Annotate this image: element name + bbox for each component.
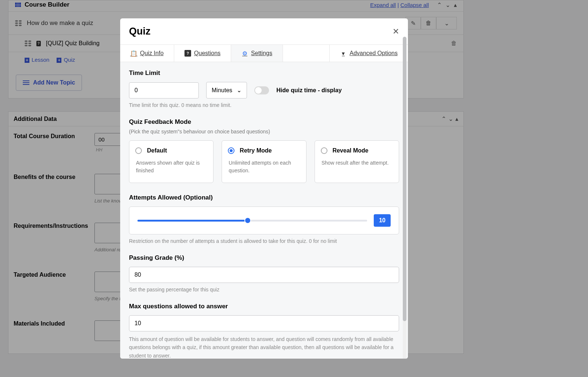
gear-icon: ⚙: [241, 50, 248, 57]
feedback-option-reveal[interactable]: Reveal Mode Show result after the attemp…: [315, 140, 399, 183]
tab-questions-label: Questions: [194, 50, 220, 57]
slider-fill: [137, 220, 248, 222]
maxq-helper: This amount of question will be availabl…: [129, 335, 399, 359]
attempts-slider-box: 10: [129, 207, 399, 234]
time-limit-title: Time Limit: [129, 69, 399, 77]
max-questions-input[interactable]: [129, 315, 399, 331]
attempts-slider[interactable]: [137, 220, 367, 222]
time-unit-select[interactable]: Minutes ⌄: [206, 82, 247, 98]
scrollbar-thumb[interactable]: [403, 37, 406, 321]
chevron-down-icon: ⌄: [237, 87, 241, 94]
attempts-title: Attempts Allowed (Optional): [129, 194, 399, 201]
attempts-value-badge: 10: [374, 214, 391, 227]
maxq-title: Max questions allowed to answer: [129, 303, 399, 310]
clipboard-icon: 📋: [130, 50, 137, 57]
question-icon: ?: [184, 50, 191, 57]
tab-settings[interactable]: ⚙ Settings: [231, 45, 283, 62]
modal-header: Quiz ✕: [120, 18, 408, 44]
feedback-retry-desc: Unlimited attempts on each question.: [229, 159, 299, 175]
passing-grade-input[interactable]: [129, 267, 399, 283]
hide-time-toggle[interactable]: [254, 86, 269, 94]
feedback-retry-title: Retry Mode: [240, 147, 299, 154]
feedback-option-default[interactable]: Default Answers shown after quiz is fini…: [129, 140, 214, 183]
passing-title: Passing Grade (%): [129, 254, 399, 262]
quiz-modal: Quiz ✕ 📋 Quiz Info ? Questions ⚙ Setting…: [120, 18, 408, 359]
tab-quiz-info[interactable]: 📋 Quiz Info: [120, 45, 174, 62]
attempts-helper: Restriction on the number of attempts a …: [129, 238, 399, 244]
tab-questions[interactable]: ? Questions: [174, 45, 231, 62]
feedback-reveal-desc: Show result after the attempt.: [322, 159, 392, 167]
modal-tabs: 📋 Quiz Info ? Questions ⚙ Settings ▾ Adv…: [120, 44, 408, 62]
slider-thumb[interactable]: [244, 217, 251, 224]
close-icon[interactable]: ✕: [392, 27, 399, 36]
modal-title: Quiz: [129, 26, 151, 37]
feedback-subdesc: (Pick the quiz system"s behaviour on cho…: [129, 129, 399, 134]
time-limit-row: Minutes ⌄ Hide quiz time - display: [129, 82, 399, 98]
feedback-reveal-title: Reveal Mode: [333, 147, 392, 154]
tab-advanced-options[interactable]: ▾ Advanced Options: [329, 45, 408, 62]
tab-advanced-label: Advanced Options: [349, 50, 398, 57]
passing-helper: Set the passing percentage for this quiz: [129, 287, 399, 292]
tab-settings-label: Settings: [251, 50, 272, 57]
tab-quiz-info-label: Quiz Info: [140, 50, 164, 57]
radio-icon: [135, 147, 142, 154]
feedback-option-retry[interactable]: Retry Mode Unlimited attempts on each qu…: [222, 140, 306, 183]
radio-icon: [321, 147, 327, 154]
radio-icon: [228, 147, 234, 154]
time-unit-value: Minutes: [212, 87, 232, 94]
time-limit-input[interactable]: [129, 82, 199, 98]
modal-body: Time Limit Minutes ⌄ Hide quiz time - di…: [120, 62, 408, 359]
feedback-title: Quiz Feedback Mode: [129, 118, 399, 126]
feedback-default-desc: Answers shown after quiz is finished: [136, 159, 207, 175]
filter-icon: ▾: [340, 50, 347, 57]
hide-time-label: Hide quiz time - display: [276, 87, 342, 94]
feedback-options: Default Answers shown after quiz is fini…: [129, 140, 399, 183]
modal-scrollbar[interactable]: [403, 37, 406, 359]
feedback-default-title: Default: [147, 147, 207, 154]
time-limit-helper: Time limit for this quiz. 0 means no tim…: [129, 102, 399, 108]
